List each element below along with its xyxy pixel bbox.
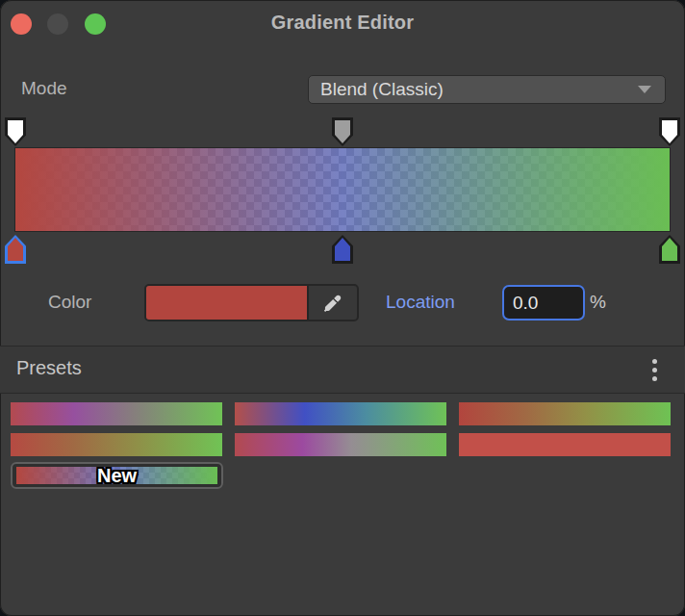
preset-gradient-swatch[interactable] <box>235 402 446 425</box>
color-stop[interactable] <box>332 235 353 264</box>
eyedropper-button[interactable] <box>307 286 357 320</box>
eyedropper-icon <box>322 293 343 314</box>
mode-dropdown[interactable]: Blend (Classic) <box>308 75 666 104</box>
color-swatch-control[interactable] <box>144 284 359 321</box>
preset-gradient-swatch[interactable] <box>235 433 446 456</box>
alpha-stop-fill <box>8 120 23 143</box>
screen: Gradient Editor Mode Blend (Classic) Col… <box>0 0 685 616</box>
gradient-overlay <box>15 148 670 231</box>
alpha-stop[interactable] <box>332 117 353 146</box>
presets-grid <box>11 402 674 456</box>
new-preset-button[interactable]: New <box>11 462 223 489</box>
mode-dropdown-value: Blend (Classic) <box>320 79 638 100</box>
alpha-stop-fill <box>335 120 350 143</box>
kebab-menu-icon[interactable] <box>647 356 662 383</box>
location-label: Location <box>386 292 455 313</box>
color-stop-fill <box>662 238 677 261</box>
preset-gradient-swatch[interactable] <box>459 402 671 425</box>
color-swatch[interactable] <box>146 286 307 320</box>
color-label: Color <box>48 292 91 313</box>
presets-title: Presets <box>16 357 82 379</box>
alpha-stops-row[interactable] <box>15 117 670 146</box>
title-bar: Gradient Editor <box>0 0 685 50</box>
color-stops-row[interactable] <box>15 235 670 264</box>
alpha-stop[interactable] <box>5 117 26 146</box>
presets-header: Presets <box>0 346 685 393</box>
preset-gradient-swatch[interactable] <box>11 402 222 425</box>
preset-gradient-swatch[interactable] <box>459 433 671 456</box>
alpha-stop[interactable] <box>659 117 680 146</box>
alpha-stop-fill <box>662 120 677 143</box>
window-title: Gradient Editor <box>0 12 685 34</box>
color-stop-fill <box>335 238 350 261</box>
gradient-editor-window: Gradient Editor Mode Blend (Classic) Col… <box>0 0 685 616</box>
location-input[interactable] <box>502 285 585 321</box>
preset-gradient-swatch[interactable] <box>11 433 222 456</box>
percent-label: % <box>590 292 606 313</box>
color-stop[interactable] <box>5 235 26 264</box>
color-stop-fill <box>8 238 23 261</box>
gradient-preview-strip[interactable] <box>15 148 670 231</box>
mode-label: Mode <box>21 78 67 99</box>
divider <box>0 393 685 394</box>
chevron-down-icon <box>638 86 651 93</box>
color-stop[interactable] <box>659 235 680 264</box>
new-preset-label: New <box>13 463 221 488</box>
